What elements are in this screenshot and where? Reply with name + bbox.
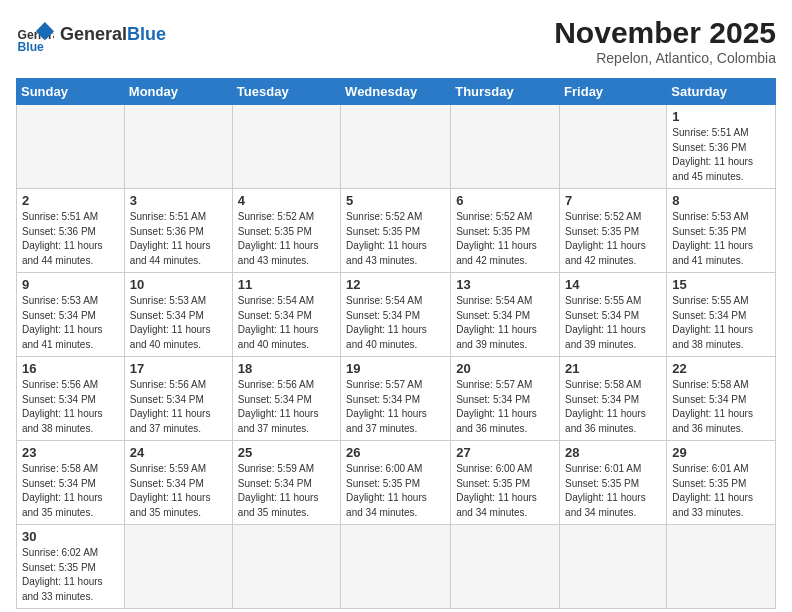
calendar-cell: 15Sunrise: 5:55 AM Sunset: 5:34 PM Dayli… [667, 273, 776, 357]
day-number: 15 [672, 277, 770, 292]
calendar-cell [341, 525, 451, 609]
calendar-week-4: 16Sunrise: 5:56 AM Sunset: 5:34 PM Dayli… [17, 357, 776, 441]
month-title: November 2025 [554, 16, 776, 50]
day-number: 26 [346, 445, 445, 460]
day-info: Sunrise: 5:58 AM Sunset: 5:34 PM Dayligh… [22, 462, 119, 520]
calendar-cell [232, 105, 340, 189]
calendar-week-2: 2Sunrise: 5:51 AM Sunset: 5:36 PM Daylig… [17, 189, 776, 273]
day-info: Sunrise: 5:56 AM Sunset: 5:34 PM Dayligh… [130, 378, 227, 436]
calendar-cell: 13Sunrise: 5:54 AM Sunset: 5:34 PM Dayli… [451, 273, 560, 357]
calendar-cell: 3Sunrise: 5:51 AM Sunset: 5:36 PM Daylig… [124, 189, 232, 273]
calendar-week-6: 30Sunrise: 6:02 AM Sunset: 5:35 PM Dayli… [17, 525, 776, 609]
day-info: Sunrise: 6:02 AM Sunset: 5:35 PM Dayligh… [22, 546, 119, 604]
calendar-cell: 21Sunrise: 5:58 AM Sunset: 5:34 PM Dayli… [560, 357, 667, 441]
calendar-week-3: 9Sunrise: 5:53 AM Sunset: 5:34 PM Daylig… [17, 273, 776, 357]
calendar-cell: 26Sunrise: 6:00 AM Sunset: 5:35 PM Dayli… [341, 441, 451, 525]
calendar-cell: 23Sunrise: 5:58 AM Sunset: 5:34 PM Dayli… [17, 441, 125, 525]
calendar-cell [232, 525, 340, 609]
calendar-cell: 10Sunrise: 5:53 AM Sunset: 5:34 PM Dayli… [124, 273, 232, 357]
day-info: Sunrise: 5:55 AM Sunset: 5:34 PM Dayligh… [672, 294, 770, 352]
day-number: 27 [456, 445, 554, 460]
column-header-sunday: Sunday [17, 79, 125, 105]
day-number: 16 [22, 361, 119, 376]
calendar-cell [560, 525, 667, 609]
day-number: 7 [565, 193, 661, 208]
day-info: Sunrise: 6:00 AM Sunset: 5:35 PM Dayligh… [346, 462, 445, 520]
day-number: 28 [565, 445, 661, 460]
day-info: Sunrise: 5:56 AM Sunset: 5:34 PM Dayligh… [238, 378, 335, 436]
day-number: 30 [22, 529, 119, 544]
day-info: Sunrise: 5:51 AM Sunset: 5:36 PM Dayligh… [22, 210, 119, 268]
calendar-cell: 12Sunrise: 5:54 AM Sunset: 5:34 PM Dayli… [341, 273, 451, 357]
calendar-cell: 19Sunrise: 5:57 AM Sunset: 5:34 PM Dayli… [341, 357, 451, 441]
calendar-cell [560, 105, 667, 189]
day-info: Sunrise: 6:00 AM Sunset: 5:35 PM Dayligh… [456, 462, 554, 520]
calendar-cell: 18Sunrise: 5:56 AM Sunset: 5:34 PM Dayli… [232, 357, 340, 441]
calendar-cell: 5Sunrise: 5:52 AM Sunset: 5:35 PM Daylig… [341, 189, 451, 273]
calendar-cell: 1Sunrise: 5:51 AM Sunset: 5:36 PM Daylig… [667, 105, 776, 189]
day-info: Sunrise: 6:01 AM Sunset: 5:35 PM Dayligh… [672, 462, 770, 520]
day-number: 8 [672, 193, 770, 208]
calendar-week-1: 1Sunrise: 5:51 AM Sunset: 5:36 PM Daylig… [17, 105, 776, 189]
day-number: 1 [672, 109, 770, 124]
calendar-cell [341, 105, 451, 189]
day-info: Sunrise: 5:53 AM Sunset: 5:34 PM Dayligh… [130, 294, 227, 352]
day-info: Sunrise: 5:59 AM Sunset: 5:34 PM Dayligh… [238, 462, 335, 520]
day-number: 24 [130, 445, 227, 460]
day-info: Sunrise: 5:58 AM Sunset: 5:34 PM Dayligh… [672, 378, 770, 436]
calendar-cell [451, 105, 560, 189]
day-number: 11 [238, 277, 335, 292]
logo: General Blue GeneralBlue [16, 16, 166, 54]
column-header-friday: Friday [560, 79, 667, 105]
logo-icon: General Blue [16, 16, 54, 54]
title-block: November 2025 Repelon, Atlantico, Colomb… [554, 16, 776, 66]
day-info: Sunrise: 5:54 AM Sunset: 5:34 PM Dayligh… [238, 294, 335, 352]
location: Repelon, Atlantico, Colombia [554, 50, 776, 66]
day-number: 17 [130, 361, 227, 376]
day-info: Sunrise: 5:57 AM Sunset: 5:34 PM Dayligh… [456, 378, 554, 436]
calendar-table: SundayMondayTuesdayWednesdayThursdayFrid… [16, 78, 776, 609]
day-info: Sunrise: 5:59 AM Sunset: 5:34 PM Dayligh… [130, 462, 227, 520]
day-number: 5 [346, 193, 445, 208]
calendar-cell: 11Sunrise: 5:54 AM Sunset: 5:34 PM Dayli… [232, 273, 340, 357]
day-info: Sunrise: 5:52 AM Sunset: 5:35 PM Dayligh… [456, 210, 554, 268]
column-header-wednesday: Wednesday [341, 79, 451, 105]
day-info: Sunrise: 5:58 AM Sunset: 5:34 PM Dayligh… [565, 378, 661, 436]
day-number: 9 [22, 277, 119, 292]
calendar-header-row: SundayMondayTuesdayWednesdayThursdayFrid… [17, 79, 776, 105]
calendar-cell [17, 105, 125, 189]
calendar-cell: 16Sunrise: 5:56 AM Sunset: 5:34 PM Dayli… [17, 357, 125, 441]
column-header-tuesday: Tuesday [232, 79, 340, 105]
day-number: 23 [22, 445, 119, 460]
day-info: Sunrise: 5:52 AM Sunset: 5:35 PM Dayligh… [238, 210, 335, 268]
calendar-cell: 22Sunrise: 5:58 AM Sunset: 5:34 PM Dayli… [667, 357, 776, 441]
calendar-cell [124, 105, 232, 189]
day-number: 13 [456, 277, 554, 292]
column-header-thursday: Thursday [451, 79, 560, 105]
calendar-cell: 4Sunrise: 5:52 AM Sunset: 5:35 PM Daylig… [232, 189, 340, 273]
day-number: 2 [22, 193, 119, 208]
day-number: 12 [346, 277, 445, 292]
day-number: 4 [238, 193, 335, 208]
calendar-cell: 2Sunrise: 5:51 AM Sunset: 5:36 PM Daylig… [17, 189, 125, 273]
day-number: 20 [456, 361, 554, 376]
day-number: 21 [565, 361, 661, 376]
calendar-week-5: 23Sunrise: 5:58 AM Sunset: 5:34 PM Dayli… [17, 441, 776, 525]
day-number: 6 [456, 193, 554, 208]
day-number: 3 [130, 193, 227, 208]
day-number: 19 [346, 361, 445, 376]
calendar-cell: 6Sunrise: 5:52 AM Sunset: 5:35 PM Daylig… [451, 189, 560, 273]
day-number: 29 [672, 445, 770, 460]
calendar-cell: 30Sunrise: 6:02 AM Sunset: 5:35 PM Dayli… [17, 525, 125, 609]
calendar-cell [124, 525, 232, 609]
day-info: Sunrise: 5:54 AM Sunset: 5:34 PM Dayligh… [346, 294, 445, 352]
day-number: 14 [565, 277, 661, 292]
day-info: Sunrise: 5:56 AM Sunset: 5:34 PM Dayligh… [22, 378, 119, 436]
calendar-cell: 24Sunrise: 5:59 AM Sunset: 5:34 PM Dayli… [124, 441, 232, 525]
calendar-cell [667, 525, 776, 609]
day-info: Sunrise: 5:53 AM Sunset: 5:35 PM Dayligh… [672, 210, 770, 268]
day-info: Sunrise: 5:55 AM Sunset: 5:34 PM Dayligh… [565, 294, 661, 352]
calendar-cell [451, 525, 560, 609]
calendar-cell: 7Sunrise: 5:52 AM Sunset: 5:35 PM Daylig… [560, 189, 667, 273]
calendar-cell: 14Sunrise: 5:55 AM Sunset: 5:34 PM Dayli… [560, 273, 667, 357]
